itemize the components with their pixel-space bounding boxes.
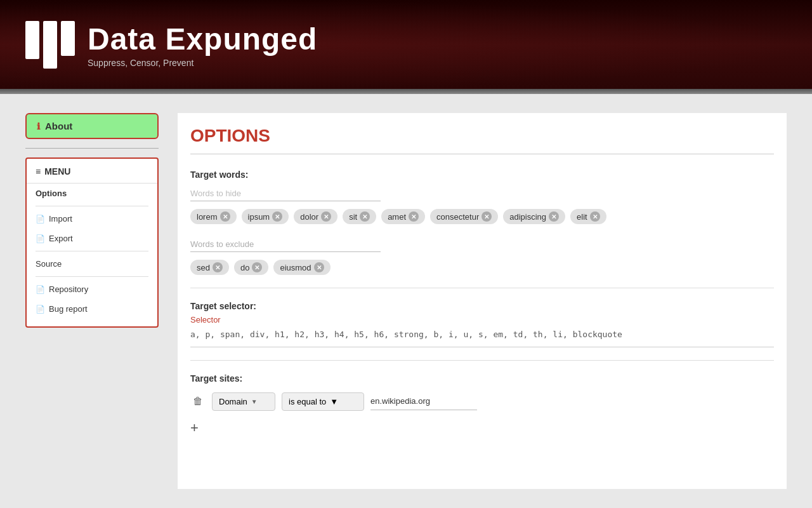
tag-text: elit: [577, 212, 587, 222]
export-doc-icon: 📄: [36, 234, 45, 243]
hide-tag: dolor✕: [294, 209, 337, 224]
sidebar-divider: [25, 148, 159, 149]
import-label: Import: [49, 214, 72, 224]
exclude-tags-container: sed✕do✕eiusmod✕: [190, 260, 774, 275]
menu-divider-1: [36, 206, 148, 206]
app-subtitle: Suppress, Censor, Prevent: [88, 58, 317, 68]
selector-value: a, p, span, div, h1, h2, h3, h4, h5, h6,…: [190, 328, 774, 347]
section-divider-1: [190, 288, 774, 288]
sidebar-item-repository[interactable]: 📄 Repository: [27, 279, 157, 299]
exclude-tag: eiusmod✕: [273, 260, 330, 275]
tag-text: eiusmod: [280, 263, 311, 272]
words-to-hide-input[interactable]: [190, 186, 381, 201]
logo-bar-2: [43, 21, 57, 69]
condition-dropdown-arrow: ▼: [330, 397, 338, 406]
hide-tag: sit✕: [343, 209, 376, 224]
source-label: Source: [36, 259, 62, 269]
tag-text: dolor: [300, 212, 318, 222]
site-row: 🗑 Domain ▼ is equal to ▼: [190, 392, 774, 411]
tag-remove-button[interactable]: ✕: [549, 211, 559, 222]
hide-tag: amet✕: [381, 209, 425, 224]
words-to-exclude-label: Words to exclude: [190, 237, 381, 252]
export-label: Export: [49, 234, 73, 243]
exclude-tag: do✕: [234, 260, 268, 275]
hide-tags-container: lorem✕ipsum✕dolor✕sit✕amet✕consectetur✕a…: [190, 209, 774, 224]
domain-label: Domain: [219, 397, 247, 406]
domain-dropdown[interactable]: Domain ▼: [212, 392, 275, 411]
tag-remove-button[interactable]: ✕: [213, 262, 223, 272]
about-button[interactable]: ℹ About: [25, 113, 159, 139]
bug-report-doc-icon: 📄: [36, 305, 45, 314]
hide-tag: lorem✕: [190, 209, 237, 224]
tag-text: amet: [388, 212, 406, 222]
sidebar: ℹ About ≡ MENU Options 📄 Import 📄 Export: [25, 113, 159, 489]
target-sites-label: Target sites:: [190, 373, 774, 384]
selector-link[interactable]: Selector: [190, 315, 774, 324]
tag-remove-button[interactable]: ✕: [481, 211, 492, 222]
repository-label: Repository: [49, 284, 88, 294]
condition-label: is equal to: [289, 397, 326, 406]
target-words-label: Target words:: [190, 170, 774, 180]
section-divider-2: [190, 360, 774, 361]
header-text: Data Expunged Suppress, Censor, Prevent: [88, 22, 317, 68]
repository-doc-icon: 📄: [36, 285, 45, 294]
app-title: Data Expunged: [88, 22, 317, 57]
menu-label: MENU: [44, 166, 70, 177]
hide-tag: elit✕: [570, 209, 606, 224]
main-content: ℹ About ≡ MENU Options 📄 Import 📄 Export: [0, 94, 812, 508]
menu-divider-2: [36, 251, 148, 251]
site-value-input[interactable]: [370, 392, 477, 410]
tag-remove-button[interactable]: ✕: [220, 211, 230, 222]
logo-bar-1: [25, 21, 39, 59]
tag-text: consectetur: [436, 212, 479, 222]
sidebar-item-import[interactable]: 📄 Import: [27, 209, 157, 229]
tag-remove-button[interactable]: ✕: [590, 211, 600, 222]
hamburger-icon: ≡: [36, 166, 41, 177]
hide-tag: consectetur✕: [430, 209, 498, 224]
logo-bar-3: [61, 21, 75, 56]
exclude-tag: sed✕: [190, 260, 229, 275]
tag-remove-button[interactable]: ✕: [321, 211, 331, 222]
import-doc-icon: 📄: [36, 215, 45, 224]
sidebar-item-bug-report[interactable]: 📄 Bug report: [27, 299, 157, 319]
tag-text: sit: [349, 212, 357, 222]
header-separator: [0, 89, 812, 94]
delete-site-button[interactable]: 🗑: [190, 393, 206, 410]
tag-text: adipiscing: [509, 212, 546, 222]
tag-remove-button[interactable]: ✕: [272, 211, 282, 222]
tag-text: do: [240, 263, 249, 272]
domain-dropdown-arrow: ▼: [251, 398, 258, 405]
options-panel: OPTIONS Target words: lorem✕ipsum✕dolor✕…: [178, 113, 787, 489]
add-site-button[interactable]: +: [190, 421, 199, 435]
info-icon: ℹ: [37, 121, 40, 131]
menu-header: ≡ MENU: [27, 166, 157, 184]
tag-remove-button[interactable]: ✕: [314, 262, 324, 272]
menu-divider-3: [36, 276, 148, 277]
target-selector-label: Target selector:: [190, 301, 774, 311]
tag-remove-button[interactable]: ✕: [409, 211, 419, 222]
logo: [25, 21, 75, 69]
options-title: OPTIONS: [190, 113, 774, 154]
sidebar-item-source[interactable]: Source: [27, 254, 157, 274]
tag-text: sed: [197, 263, 210, 272]
options-label: Options: [36, 189, 67, 198]
hide-tag: ipsum✕: [242, 209, 289, 224]
bug-report-label: Bug report: [49, 304, 88, 314]
tag-remove-button[interactable]: ✕: [360, 211, 370, 222]
tag-remove-button[interactable]: ✕: [252, 262, 262, 272]
tag-text: ipsum: [248, 212, 270, 222]
menu-box: ≡ MENU Options 📄 Import 📄 Export Source: [25, 157, 159, 328]
sidebar-item-export[interactable]: 📄 Export: [27, 229, 157, 248]
about-label: About: [45, 121, 72, 131]
sidebar-item-options[interactable]: Options: [27, 184, 157, 203]
hide-tag: adipiscing✕: [503, 209, 565, 224]
condition-dropdown[interactable]: is equal to ▼: [282, 392, 364, 411]
tag-text: lorem: [197, 212, 218, 222]
header: Data Expunged Suppress, Censor, Prevent: [0, 0, 812, 89]
